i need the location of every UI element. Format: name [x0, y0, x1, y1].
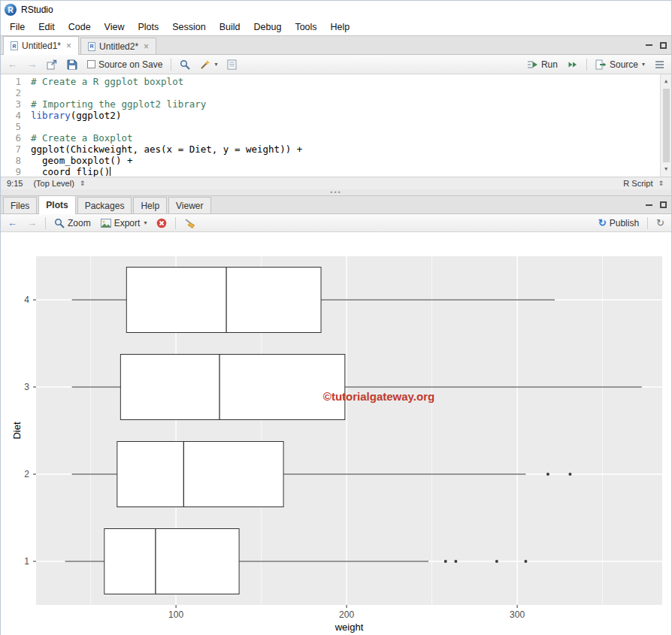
svg-text:100: 100	[168, 609, 183, 620]
open-new-window-icon[interactable]	[45, 59, 59, 71]
zoom-button[interactable]: Zoom	[53, 217, 92, 229]
source-label: Source	[610, 59, 638, 70]
svg-text:200: 200	[339, 609, 354, 620]
file-type-selector[interactable]: R Script ⇕	[622, 178, 665, 189]
toolbar-separator	[45, 217, 46, 229]
code-lines[interactable]: 1# Create a R ggplot boxplot23# Importin…	[1, 76, 671, 177]
code-line[interactable]: 9 coord_flip()	[1, 166, 671, 177]
scroll-up-icon[interactable]: ▲	[664, 76, 667, 87]
clear-plots-icon[interactable]	[183, 217, 197, 229]
svg-text:300: 300	[510, 609, 525, 620]
scroll-down-icon[interactable]: ▼	[664, 164, 667, 175]
next-plot-icon[interactable]: →	[26, 216, 38, 229]
source-button[interactable]: Source ▾	[594, 59, 646, 71]
back-icon[interactable]: ←	[6, 58, 19, 71]
scrollbar-thumb[interactable]	[663, 89, 670, 162]
scope-label: (Top Level)	[33, 179, 74, 188]
toolbar-separator	[586, 59, 587, 71]
tab-files[interactable]: Files	[3, 197, 37, 213]
refresh-plot-icon[interactable]: ↻	[655, 216, 666, 229]
line-number: 8	[1, 155, 31, 166]
remove-plot-icon[interactable]	[155, 217, 168, 229]
menu-edit[interactable]: Edit	[32, 20, 62, 35]
source-pane-controls	[646, 36, 667, 54]
rerun-icon[interactable]	[566, 59, 580, 71]
svg-text:4: 4	[24, 295, 29, 305]
menu-view[interactable]: View	[98, 20, 132, 35]
line-text: coord_flip()	[31, 166, 110, 177]
line-text: ggplot(Chickweight, aes(x = Diet, y = we…	[31, 144, 302, 155]
run-label: Run	[541, 59, 558, 70]
svg-text:1: 1	[24, 556, 29, 567]
toolbar-separator	[171, 59, 171, 71]
forward-icon[interactable]: →	[26, 58, 38, 71]
line-text: library(ggplot2)	[31, 110, 121, 121]
line-number: 4	[1, 110, 31, 121]
svg-text:weight: weight	[334, 621, 364, 633]
code-tools-icon[interactable]: ▾	[198, 59, 219, 71]
tab-untitled1[interactable]: RUntitled1*×	[3, 36, 79, 55]
rstudio-window: R RStudio FileEditCodeViewPlotsSessionBu…	[0, 0, 672, 635]
menu-tools[interactable]: Tools	[288, 20, 323, 35]
source-on-save-toggle[interactable]: Source on Save	[86, 59, 164, 71]
menu-plots[interactable]: Plots	[131, 20, 165, 35]
line-number: 2	[1, 87, 31, 98]
tab-label: Plots	[46, 200, 68, 210]
minimize-pane-icon[interactable]	[646, 204, 652, 206]
menu-help[interactable]: Help	[324, 20, 357, 35]
maximize-pane-icon[interactable]	[660, 201, 667, 208]
scope-selector[interactable]: (Top Level) ⇕	[32, 178, 86, 189]
tab-help[interactable]: Help	[133, 197, 167, 213]
splitter-grip-icon: •••	[330, 191, 341, 194]
tab-viewer[interactable]: Viewer	[168, 197, 210, 213]
run-button[interactable]: Run	[525, 59, 559, 71]
code-line[interactable]: 1# Create a R ggplot boxplot	[1, 76, 671, 87]
tab-untitled2[interactable]: RUntitled2*×	[80, 38, 156, 54]
menu-build[interactable]: Build	[213, 20, 247, 35]
minimize-pane-icon[interactable]	[646, 44, 652, 46]
code-line[interactable]: 3# Importing the ggplot2 library	[1, 98, 671, 110]
code-line[interactable]: 4library(ggplot2)	[1, 110, 671, 121]
editor-vertical-scrollbar[interactable]: ▲ ▼	[660, 74, 671, 177]
title-bar: R RStudio	[1, 1, 671, 19]
document-outline-icon[interactable]	[653, 59, 666, 70]
publish-icon: ↻	[598, 217, 607, 228]
chevron-down-icon: ▾	[642, 61, 645, 68]
toolbar-separator	[175, 217, 176, 229]
close-tab-icon[interactable]: ×	[144, 41, 149, 52]
pane-splitter[interactable]: •••	[1, 189, 671, 195]
code-line[interactable]: 2	[1, 87, 671, 98]
find-replace-icon[interactable]	[178, 59, 192, 71]
tab-label: Help	[141, 201, 159, 211]
code-editor[interactable]: 1# Create a R ggplot boxplot23# Importin…	[1, 74, 671, 177]
code-line[interactable]: 8 geom_boxplot() +	[1, 155, 671, 166]
line-text: # Create a Boxplot	[31, 132, 132, 144]
publish-button[interactable]: ↻ Publish	[597, 216, 640, 229]
close-tab-icon[interactable]: ×	[66, 41, 71, 51]
line-text: # Create a R ggplot boxplot	[31, 76, 183, 87]
source-toolbar-right: Run Source ▾	[525, 59, 666, 71]
line-text: geom_boxplot() +	[31, 155, 132, 166]
source-status-bar: 9:15 (Top Level) ⇕ R Script ⇕	[1, 177, 671, 189]
lower-tabs: FilesPlotsPackagesHelpViewer	[3, 196, 213, 213]
code-line[interactable]: 5	[1, 121, 671, 132]
menu-file[interactable]: File	[3, 20, 32, 35]
boxplot-chart: 4321100200300weightDiet©tutorialgateway.…	[1, 232, 672, 635]
checkbox-icon[interactable]	[87, 60, 95, 68]
save-icon[interactable]	[65, 59, 79, 71]
tab-plots[interactable]: Plots	[38, 195, 75, 214]
code-line[interactable]: 6# Create a Boxplot	[1, 132, 671, 144]
menu-session[interactable]: Session	[165, 20, 212, 35]
tab-packages[interactable]: Packages	[77, 197, 132, 213]
export-button[interactable]: Export ▾	[99, 217, 149, 229]
previous-plot-icon[interactable]: ←	[6, 216, 19, 229]
code-line[interactable]: 7ggplot(Chickweight, aes(x = Diet, y = w…	[1, 144, 671, 155]
r-file-icon: R	[11, 41, 18, 50]
menu-debug[interactable]: Debug	[247, 20, 289, 35]
maximize-pane-icon[interactable]	[660, 42, 667, 49]
compile-report-icon[interactable]	[226, 59, 238, 71]
line-number: 7	[1, 144, 31, 155]
menu-code[interactable]: Code	[62, 20, 98, 35]
cursor-position: 9:15	[7, 179, 23, 188]
toolbar-separator	[647, 217, 648, 229]
